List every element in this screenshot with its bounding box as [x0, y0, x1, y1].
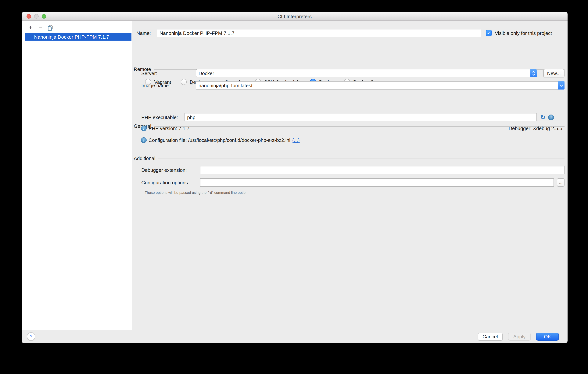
- interpreter-item-label: Nanoninja Docker PHP-FPM 7.1.7: [34, 34, 109, 40]
- php-version-text: PHP version: 7.1.7: [148, 125, 189, 131]
- checkmark-icon: ✓: [487, 31, 490, 35]
- reload-phpinfo-icon[interactable]: ↻: [540, 114, 546, 120]
- interpreter-settings-panel: Name: ✓ Visible only for this project Re…: [132, 21, 567, 330]
- info-icon: i: [141, 137, 147, 143]
- zoom-window-button[interactable]: [42, 14, 46, 19]
- configuration-options-label: Configuration options:: [141, 180, 189, 185]
- titlebar[interactable]: CLI Interpreters: [21, 12, 567, 21]
- name-label: Name:: [136, 30, 151, 36]
- php-executable-input[interactable]: [185, 113, 537, 121]
- configuration-file-text: Configuration file: /usr/local/etc/php/c…: [148, 137, 290, 143]
- options-note-text: These options will be passed using the "…: [145, 190, 248, 194]
- cancel-button[interactable]: Cancel: [478, 332, 503, 341]
- traffic-lights: [27, 12, 46, 21]
- visible-only-checkbox[interactable]: ✓: [486, 30, 492, 36]
- add-interpreter-button[interactable]: +: [27, 25, 34, 31]
- section-divider: [158, 158, 565, 159]
- browse-options-button[interactable]: ...: [557, 178, 565, 187]
- image-name-label: Image name:: [141, 83, 170, 88]
- sidebar-toolbar: + −: [27, 25, 53, 31]
- interpreters-sidebar: + − Nanoninja Docker PHP-FPM 7.1.7: [21, 21, 132, 330]
- remove-interpreter-button[interactable]: −: [37, 25, 43, 31]
- debugger-extension-input[interactable]: [200, 166, 565, 174]
- additional-section-title: Additional: [134, 155, 155, 161]
- dialog-body: + − Nanoninja Docker PHP-FPM 7.1.7: [21, 21, 567, 330]
- window-title: CLI Interpreters: [278, 13, 312, 19]
- new-server-button[interactable]: New...: [543, 69, 565, 77]
- server-select[interactable]: Docker: [196, 69, 537, 77]
- image-name-value: nanoninja/php-fpm:latest: [196, 83, 558, 88]
- debugger-version-text: Debugger: Xdebug 2.5.5: [509, 125, 562, 131]
- cli-interpreters-dialog: CLI Interpreters + − Nanoninja Docker P: [21, 12, 567, 343]
- server-value: Docker: [196, 70, 530, 76]
- minimize-window-button[interactable]: [34, 14, 39, 19]
- duplicate-interpreter-icon[interactable]: [47, 25, 53, 31]
- configuration-options-input[interactable]: [200, 178, 554, 187]
- screen: CLI Interpreters + − Nanoninja Docker P: [0, 0, 588, 374]
- image-name-combobox[interactable]: nanoninja/php-fpm:latest: [196, 81, 565, 89]
- dialog-footer: ? Cancel Apply OK: [21, 330, 567, 343]
- interpreter-info-icon[interactable]: i: [548, 114, 554, 120]
- ok-button[interactable]: OK: [536, 332, 559, 341]
- footer-buttons: Cancel Apply OK: [478, 332, 567, 341]
- chevron-down-icon[interactable]: [558, 81, 565, 89]
- show-config-files-link[interactable]: (...): [292, 137, 300, 143]
- debugger-extension-label: Debugger extension:: [141, 167, 187, 173]
- info-icon: i: [141, 125, 147, 131]
- php-executable-label: PHP executable:: [141, 114, 178, 120]
- server-label: Server:: [141, 70, 157, 76]
- interpreter-list-item[interactable]: Nanoninja Docker PHP-FPM 7.1.7: [25, 33, 131, 41]
- apply-button[interactable]: Apply: [508, 332, 531, 341]
- name-input[interactable]: [157, 29, 481, 37]
- server-stepper-icon[interactable]: [530, 69, 537, 77]
- help-button[interactable]: ?: [27, 332, 35, 341]
- visible-only-label: Visible only for this project: [495, 30, 552, 36]
- close-window-button[interactable]: [27, 14, 31, 19]
